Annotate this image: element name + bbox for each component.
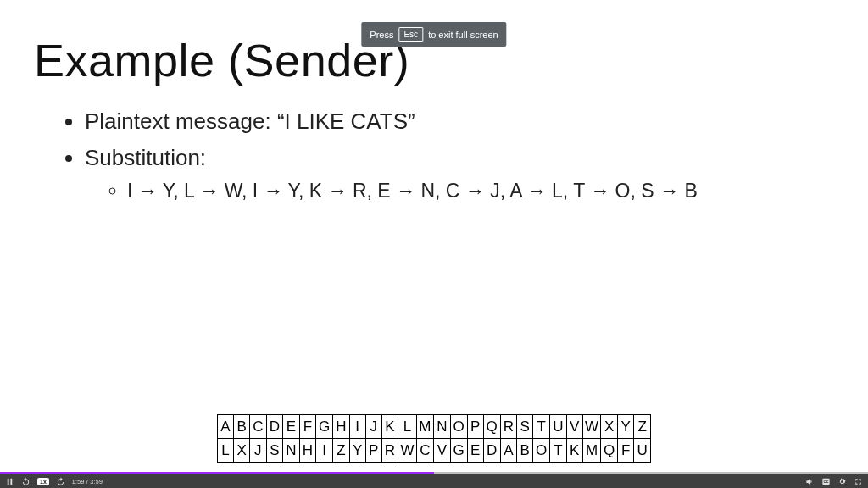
plain-cell: H — [333, 415, 350, 439]
cipher-cell: O — [533, 439, 550, 463]
captions-icon[interactable] — [821, 477, 831, 486]
banner-post: to exit full screen — [428, 30, 498, 40]
cipher-cell: V — [434, 439, 451, 463]
subbullet-mapping: I → Y, L → W, I → Y, K → R, E → N, C → J… — [127, 176, 834, 206]
slide-area: Example (Sender) Plaintext message: “I L… — [0, 0, 868, 488]
substitution-table: ABCDEFGHIJKLMNOPQRSTUVWXYZ LXJSNHIZYPRWC… — [217, 414, 651, 463]
cipher-cell: J — [250, 439, 267, 463]
plain-cell: K — [381, 415, 398, 439]
time-display: 1:59 / 3:59 — [72, 479, 103, 485]
plain-cell: N — [434, 415, 451, 439]
banner-pre: Press — [370, 30, 393, 40]
fullscreen-icon[interactable] — [854, 477, 863, 486]
plain-cell: X — [601, 415, 618, 439]
plain-cell: C — [250, 415, 267, 439]
cipher-cell: S — [266, 439, 283, 463]
cipher-cell: L — [218, 439, 234, 463]
bullet-substitution: Substitution: I → Y, L → W, I → Y, K → R… — [85, 141, 834, 206]
cipher-cell: T — [550, 439, 567, 463]
plain-cell: R — [500, 415, 517, 439]
cipher-cell: C — [416, 439, 433, 463]
video-player-bar: 1x 1:59 / 3:59 — [0, 474, 868, 488]
cipher-cell: I — [316, 439, 333, 463]
fullscreen-esc-banner: Press Esc to exit full screen — [361, 22, 506, 47]
plain-cell: G — [316, 415, 333, 439]
cipher-cell: F — [618, 439, 634, 463]
plain-cell: V — [566, 415, 582, 439]
plain-cell: J — [365, 415, 381, 439]
plain-cell: A — [218, 415, 234, 439]
plain-cell: M — [416, 415, 433, 439]
cipher-cell: A — [500, 439, 517, 463]
subbullet-list: I → Y, L → W, I → Y, K → R, E → N, C → J… — [85, 176, 834, 206]
cipher-cell: W — [398, 439, 416, 463]
settings-icon[interactable] — [837, 477, 847, 486]
plain-cell: Y — [618, 415, 634, 439]
plain-cell: Q — [483, 415, 500, 439]
cipher-cell: R — [381, 439, 398, 463]
player-left-controls: 1x 1:59 / 3:59 — [5, 477, 103, 486]
plain-cell: P — [467, 415, 483, 439]
plain-cell: B — [234, 415, 250, 439]
cipher-cell: G — [450, 439, 467, 463]
bullet-substitution-label: Substitution: — [85, 145, 206, 170]
cipher-cell: Y — [349, 439, 365, 463]
cipher-cell: H — [299, 439, 316, 463]
plain-cell: I — [349, 415, 365, 439]
cipher-cell: N — [283, 439, 300, 463]
cipher-cell: X — [234, 439, 250, 463]
forward-icon[interactable] — [56, 477, 65, 486]
cipher-cell: D — [483, 439, 500, 463]
rewind-icon[interactable] — [21, 477, 31, 486]
cipher-cell: P — [365, 439, 381, 463]
plain-cell: U — [550, 415, 567, 439]
cipher-cell: K — [566, 439, 582, 463]
bullet-plaintext: Plaintext message: “I LIKE CATS” — [85, 105, 834, 138]
volume-icon[interactable] — [805, 477, 815, 486]
cipher-cell: E — [467, 439, 483, 463]
pause-icon[interactable] — [5, 477, 14, 486]
plain-cell: L — [398, 415, 416, 439]
player-right-controls — [805, 477, 863, 486]
plain-cell: D — [266, 415, 283, 439]
plain-cell: Z — [634, 415, 651, 439]
cipher-row: LXJSNHIZYPRWCVGEDABOTKMQFU — [218, 439, 651, 463]
plain-cell: T — [533, 415, 550, 439]
plain-cell: S — [517, 415, 533, 439]
plain-cell: W — [582, 415, 600, 439]
cipher-cell: Z — [333, 439, 350, 463]
cipher-cell: Q — [601, 439, 618, 463]
cipher-cell: U — [634, 439, 651, 463]
plain-cell: O — [450, 415, 467, 439]
playback-speed-badge[interactable]: 1x — [37, 478, 49, 485]
plain-cell: E — [283, 415, 300, 439]
esc-key-label: Esc — [398, 27, 423, 42]
plain-cell: F — [299, 415, 316, 439]
alphabet-row: ABCDEFGHIJKLMNOPQRSTUVWXYZ — [218, 415, 651, 439]
cipher-cell: M — [582, 439, 600, 463]
bullet-list: Plaintext message: “I LIKE CATS” Substit… — [34, 105, 834, 206]
cipher-cell: B — [517, 439, 533, 463]
